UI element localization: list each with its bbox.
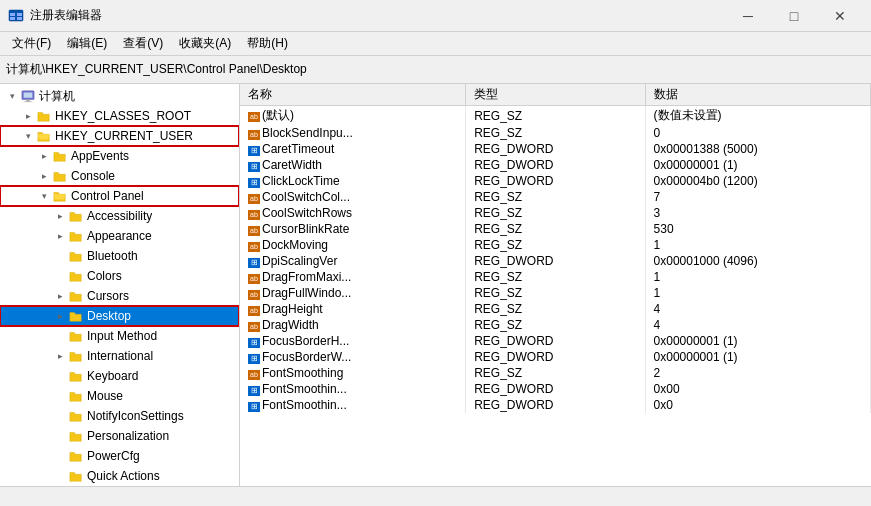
tree-arrow-appevents[interactable] (36, 148, 52, 164)
tree-item-console[interactable]: Console (0, 166, 239, 186)
minimize-button[interactable]: ─ (725, 0, 771, 32)
address-bar: 计算机\HKEY_CURRENT_USER\Control Panel\Desk… (0, 56, 871, 84)
table-row[interactable]: abDragFromMaxi...REG_SZ1 (240, 269, 871, 285)
tree-item-keyboard[interactable]: Keyboard (0, 366, 239, 386)
table-row[interactable]: ⊞CaretTimeoutREG_DWORD0x00001388 (5000) (240, 141, 871, 157)
cell-data-12: 4 (645, 301, 870, 317)
tree-arrow-bluetooth[interactable] (52, 248, 68, 264)
tree-arrow-hkey-classes-root[interactable] (20, 108, 36, 124)
tree-item-power-cfg[interactable]: PowerCfg (0, 446, 239, 466)
table-row[interactable]: ⊞FocusBorderH...REG_DWORD0x00000001 (1) (240, 333, 871, 349)
tree-item-quick-actions[interactable]: Quick Actions (0, 466, 239, 486)
menu-item-收藏夹(A)[interactable]: 收藏夹(A) (171, 33, 239, 54)
tree-arrow-international[interactable] (52, 348, 68, 364)
maximize-button[interactable]: □ (771, 0, 817, 32)
menu-item-文件(F)[interactable]: 文件(F) (4, 33, 59, 54)
cell-data-13: 4 (645, 317, 870, 333)
table-row[interactable]: ⊞FontSmoothin...REG_DWORD0x00 (240, 381, 871, 397)
cell-name-12: abDragHeight (240, 301, 466, 317)
tree-arrow-keyboard[interactable] (52, 368, 68, 384)
registry-panel[interactable]: 名称 类型 数据 ab(默认)REG_SZ(数值未设置)abBlockSendI… (240, 84, 871, 486)
tree-item-personalization[interactable]: Personalization (0, 426, 239, 446)
tree-arrow-input-method[interactable] (52, 328, 68, 344)
cell-type-13: REG_SZ (466, 317, 645, 333)
tree-arrow-appearance[interactable] (52, 228, 68, 244)
table-header-row: 名称 类型 数据 (240, 84, 871, 106)
table-row[interactable]: abFontSmoothingREG_SZ2 (240, 365, 871, 381)
tree-item-control-panel[interactable]: Control Panel (0, 186, 239, 206)
cell-type-9: REG_DWORD (466, 253, 645, 269)
cell-data-11: 1 (645, 285, 870, 301)
table-row[interactable]: abCoolSwitchRowsREG_SZ3 (240, 205, 871, 221)
tree-item-accessibility[interactable]: Accessibility (0, 206, 239, 226)
menu-item-帮助(H)[interactable]: 帮助(H) (239, 33, 296, 54)
cell-type-12: REG_SZ (466, 301, 645, 317)
tree-item-notify-icon-settings[interactable]: NotifyIconSettings (0, 406, 239, 426)
tree-item-hkey-classes-root[interactable]: HKEY_CLASSES_ROOT (0, 106, 239, 126)
tree-item-desktop[interactable]: Desktop (0, 306, 239, 326)
cell-type-5: REG_SZ (466, 189, 645, 205)
tree-item-international[interactable]: International (0, 346, 239, 366)
tree-label-computer: 计算机 (39, 88, 75, 105)
table-row[interactable]: abCursorBlinkRateREG_SZ530 (240, 221, 871, 237)
folder-icon-cursors (68, 289, 84, 303)
tree-item-colors[interactable]: Colors (0, 266, 239, 286)
tree-panel[interactable]: 计算机HKEY_CLASSES_ROOTHKEY_CURRENT_USERApp… (0, 84, 240, 486)
cell-name-13: abDragWidth (240, 317, 466, 333)
tree-item-mouse[interactable]: Mouse (0, 386, 239, 406)
tree-arrow-computer[interactable] (4, 88, 20, 104)
cell-type-7: REG_SZ (466, 221, 645, 237)
tree-item-computer[interactable]: 计算机 (0, 86, 239, 106)
tree-label-notify-icon-settings: NotifyIconSettings (87, 409, 184, 423)
table-row[interactable]: ⊞FontSmoothin...REG_DWORD0x0 (240, 397, 871, 413)
tree-arrow-hkey-current-user[interactable] (20, 128, 36, 144)
folder-icon-control-panel (52, 189, 68, 203)
app-icon (8, 8, 24, 24)
folder-icon-quick-actions (68, 469, 84, 483)
tree-item-input-method[interactable]: Input Method (0, 326, 239, 346)
table-row[interactable]: abDragFullWindo...REG_SZ1 (240, 285, 871, 301)
folder-icon-personalization (68, 429, 84, 443)
table-row[interactable]: ⊞FocusBorderW...REG_DWORD0x00000001 (1) (240, 349, 871, 365)
table-row[interactable]: abDockMovingREG_SZ1 (240, 237, 871, 253)
tree-arrow-quick-actions[interactable] (52, 468, 68, 484)
table-row[interactable]: ⊞ClickLockTimeREG_DWORD0x000004b0 (1200) (240, 173, 871, 189)
tree-arrow-personalization[interactable] (52, 428, 68, 444)
folder-icon-bluetooth (68, 249, 84, 263)
cell-name-6: abCoolSwitchRows (240, 205, 466, 221)
cell-type-6: REG_SZ (466, 205, 645, 221)
cell-name-11: abDragFullWindo... (240, 285, 466, 301)
tree-arrow-desktop[interactable] (52, 308, 68, 324)
tree-item-appearance[interactable]: Appearance (0, 226, 239, 246)
tree-arrow-notify-icon-settings[interactable] (52, 408, 68, 424)
folder-icon-desktop (68, 309, 84, 323)
tree-item-hkey-current-user[interactable]: HKEY_CURRENT_USER (0, 126, 239, 146)
table-row[interactable]: abCoolSwitchCol...REG_SZ7 (240, 189, 871, 205)
tree-arrow-control-panel[interactable] (36, 188, 52, 204)
tree-label-hkey-current-user: HKEY_CURRENT_USER (55, 129, 193, 143)
table-row[interactable]: abDragHeightREG_SZ4 (240, 301, 871, 317)
table-row[interactable]: ⊞DpiScalingVerREG_DWORD0x00001000 (4096) (240, 253, 871, 269)
menu-item-编辑(E)[interactable]: 编辑(E) (59, 33, 115, 54)
svg-rect-7 (26, 100, 30, 102)
tree-arrow-mouse[interactable] (52, 388, 68, 404)
cell-data-7: 530 (645, 221, 870, 237)
tree-arrow-power-cfg[interactable] (52, 448, 68, 464)
tree-arrow-colors[interactable] (52, 268, 68, 284)
folder-icon-international (68, 349, 84, 363)
tree-arrow-console[interactable] (36, 168, 52, 184)
table-row[interactable]: abBlockSendInpu...REG_SZ0 (240, 125, 871, 141)
tree-item-appevents[interactable]: AppEvents (0, 146, 239, 166)
cell-name-9: ⊞DpiScalingVer (240, 253, 466, 269)
table-row[interactable]: abDragWidthREG_SZ4 (240, 317, 871, 333)
cell-data-16: 2 (645, 365, 870, 381)
tree-item-bluetooth[interactable]: Bluetooth (0, 246, 239, 266)
table-row[interactable]: ⊞CaretWidthREG_DWORD0x00000001 (1) (240, 157, 871, 173)
close-button[interactable]: ✕ (817, 0, 863, 32)
tree-arrow-accessibility[interactable] (52, 208, 68, 224)
cell-data-3: 0x00000001 (1) (645, 157, 870, 173)
menu-item-查看(V)[interactable]: 查看(V) (115, 33, 171, 54)
tree-item-cursors[interactable]: Cursors (0, 286, 239, 306)
tree-arrow-cursors[interactable] (52, 288, 68, 304)
table-row[interactable]: ab(默认)REG_SZ(数值未设置) (240, 106, 871, 126)
